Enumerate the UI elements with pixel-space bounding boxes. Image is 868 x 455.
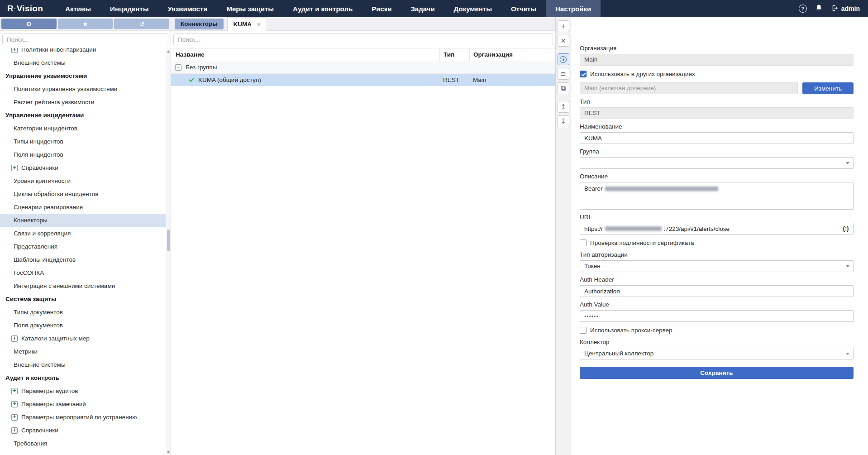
redacted-text [605, 187, 718, 191]
name-input[interactable] [580, 132, 854, 144]
tree-item[interactable]: Требования [0, 437, 166, 450]
tree-item[interactable]: Сценарии реагирования [0, 201, 166, 214]
tree-item-label: Аудит и контроль [5, 374, 59, 381]
tree-item[interactable]: Типы документов [0, 306, 166, 319]
scroll-down-icon[interactable] [166, 450, 171, 455]
add-button[interactable]: + [558, 20, 569, 32]
change-button[interactable]: Изменить [802, 82, 854, 94]
collector-select[interactable]: Центральный коллектор [580, 348, 854, 359]
auth-header-input[interactable] [580, 285, 854, 297]
tree-item[interactable]: Параметры мероприятий по устранению [0, 411, 166, 424]
help-icon[interactable]: ? [799, 5, 807, 13]
tree-item[interactable]: Поля инцидентов [0, 148, 166, 161]
settings-tab[interactable]: ⚙ [1, 19, 57, 29]
workspace-tab[interactable]: KUMA × [227, 17, 267, 31]
nav-item[interactable]: Задачи [401, 0, 444, 17]
tree-item[interactable]: Связи и корреляция [0, 227, 166, 240]
tree-item[interactable]: Типы инцидентов [0, 135, 166, 148]
share-checkbox[interactable] [580, 71, 587, 77]
tree-item[interactable]: Каталоги защитных мер [0, 332, 166, 345]
scrollbar-thumb[interactable] [167, 230, 170, 251]
tree-item[interactable]: Система защиты [0, 292, 166, 306]
column-type[interactable]: Тип [439, 48, 469, 61]
nav-item[interactable]: Отчеты [501, 0, 546, 17]
logout-icon[interactable] [831, 5, 838, 13]
user-menu[interactable]: admin [831, 5, 860, 13]
collapse-icon[interactable] [175, 64, 181, 71]
expand-plus-icon[interactable] [11, 165, 18, 171]
table-header: Название Тип Организация [171, 48, 555, 61]
tree-item[interactable]: Параметры замечаний [0, 398, 166, 411]
description-textarea[interactable]: Bearer [580, 182, 854, 210]
tree-item[interactable]: Управление инцидентами [0, 109, 166, 122]
tree-item[interactable]: Представления [0, 240, 166, 253]
expand-plus-icon[interactable] [11, 335, 18, 342]
save-button[interactable]: Сохранить [580, 367, 854, 379]
tree-item-label: ГосСОПКА [14, 269, 44, 276]
tree-item[interactable]: Управление уязвимостями [0, 69, 166, 82]
history-tab[interactable]: ↺ [114, 19, 169, 29]
tree-item[interactable]: Категории инцидентов [0, 122, 166, 135]
tree-item[interactable]: ГосСОПКА [0, 266, 166, 279]
tree-item[interactable]: Интеграция с внешними системами [0, 279, 166, 292]
tree-item[interactable]: Аудит и контроль [0, 371, 166, 384]
auth-type-select[interactable]: Токен [580, 260, 854, 272]
tree-item[interactable]: Внешние системы [0, 56, 166, 69]
tree-item[interactable]: Внешние системы [0, 358, 166, 371]
proxy-checkbox-row[interactable]: Использовать прокси-сервер [580, 327, 854, 334]
expand-plus-icon[interactable] [11, 414, 18, 421]
tab-close-icon[interactable]: × [257, 21, 261, 28]
tree-item[interactable]: Метрики [0, 345, 166, 358]
tree-item[interactable]: Шаблоны инцидентов [0, 253, 166, 266]
nav-item[interactable]: Документы [444, 0, 501, 17]
favorites-tab[interactable]: ★ [58, 19, 113, 29]
nav-item[interactable]: Инциденты [100, 0, 158, 17]
notifications-bell-icon[interactable] [815, 4, 823, 13]
cert-checkbox-row[interactable]: Проверка подлинности сертификата [580, 239, 854, 246]
tree-item[interactable]: Расчет рейтинга уязвимости [0, 96, 166, 109]
group-select[interactable] [580, 157, 854, 169]
expand-plus-icon[interactable] [11, 388, 18, 394]
certificate-check-checkbox[interactable] [580, 239, 587, 246]
tree-item-label: Представления [14, 243, 57, 250]
tree-item[interactable]: Политики управления уязвимостями [0, 82, 166, 96]
auth-value-input[interactable] [580, 310, 854, 322]
list-button[interactable]: ≡ [558, 68, 569, 80]
nav-item[interactable]: Аудит и контроль [283, 0, 362, 17]
nav-item[interactable]: Уязвимости [158, 0, 217, 17]
scroll-up-icon[interactable] [166, 48, 171, 54]
template-variables-icon[interactable]: {;} [843, 225, 849, 232]
export-button[interactable]: ↥ [558, 101, 569, 113]
workspace-tab[interactable]: Коннекторы × [175, 19, 224, 29]
expand-plus-icon[interactable] [11, 401, 18, 407]
nav-item[interactable]: Активы [56, 0, 100, 17]
import-button[interactable]: ↧ [558, 115, 569, 127]
sidebar-scrollbar[interactable] [166, 48, 171, 455]
info-button[interactable]: i [558, 53, 569, 65]
group-row[interactable]: Без группы [171, 61, 555, 74]
tree-item[interactable]: Циклы обработки инцидентов [0, 187, 166, 201]
copy-button[interactable]: ⧉ [558, 82, 569, 94]
tree-item[interactable]: Параметры аудитов [0, 384, 166, 398]
column-organization[interactable]: Организация [469, 48, 555, 61]
tree-item[interactable]: Поля документов [0, 319, 166, 332]
tree-item[interactable]: Уровни критичности [0, 174, 166, 187]
expand-plus-icon[interactable] [11, 48, 18, 53]
nav-item[interactable]: Настройки [546, 0, 601, 17]
proxy-checkbox[interactable] [580, 327, 587, 334]
workspace-search-input[interactable] [173, 34, 553, 45]
nav-item[interactable]: Меры защиты [217, 0, 283, 17]
tree-item[interactable]: Коннекторы [0, 214, 166, 227]
tree-item[interactable]: Справочники [0, 424, 166, 437]
nav-item[interactable]: Риски [362, 0, 401, 17]
url-field[interactable]: https://:7223/api/v1/alerts/close {;} [580, 223, 854, 235]
share-checkbox-row[interactable]: Использовать в других организациях [580, 71, 854, 77]
expand-plus-icon[interactable] [11, 427, 18, 434]
KUMA (общий доступ)[interactable]: KUMA (общий доступ) REST Main [171, 74, 555, 86]
tree-item[interactable]: Справочники [0, 161, 166, 174]
connector-organization: Main [469, 77, 555, 83]
sidebar-search-input[interactable] [2, 34, 168, 45]
tree-item[interactable]: Политики инвентаризации [0, 48, 166, 56]
delete-button[interactable]: × [558, 35, 569, 47]
column-name[interactable]: Название [171, 51, 439, 58]
